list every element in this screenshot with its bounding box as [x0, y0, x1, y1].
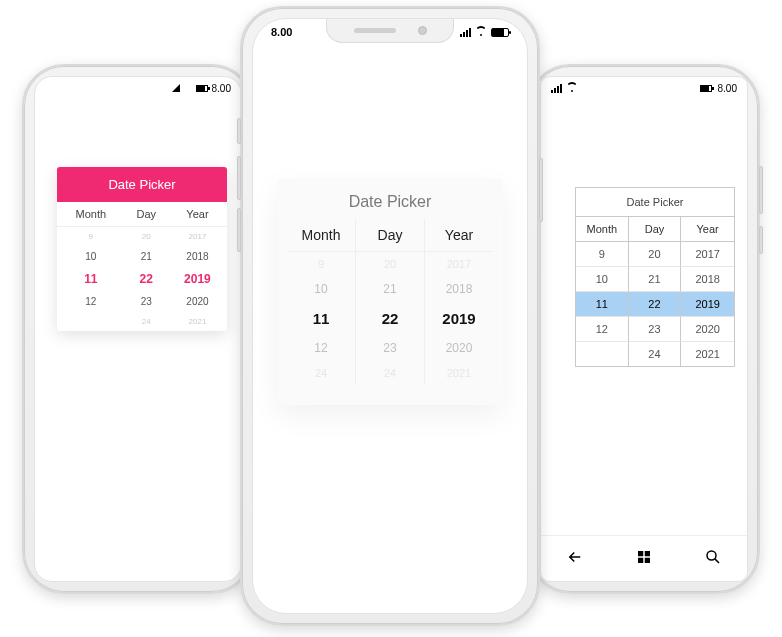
picker-cell[interactable]: 2020: [168, 291, 227, 312]
col-year: Year: [681, 217, 734, 242]
picker-columns[interactable]: Month 910111224 Day 2021222324 Year 2017…: [287, 219, 493, 385]
picker-option[interactable]: 2019: [425, 302, 493, 335]
picker-cell[interactable]: 2017: [168, 227, 227, 247]
picker-option[interactable]: 10: [287, 276, 355, 302]
picker-option[interactable]: 20: [356, 252, 424, 276]
signal-outline-icon: [180, 84, 188, 92]
date-picker-table[interactable]: Month Day Year 9202017102120181122201912…: [57, 202, 227, 331]
picker-option[interactable]: 22: [356, 302, 424, 335]
date-picker-title: Date Picker: [57, 167, 227, 202]
day-column[interactable]: Day 2021222324: [356, 219, 425, 385]
svg-rect-1: [645, 551, 650, 556]
power-button: [539, 158, 543, 222]
picker-cell[interactable]: 2021: [681, 342, 734, 366]
col-year: Year: [168, 202, 227, 227]
col-month: Month: [287, 219, 355, 252]
picker-cell[interactable]: 21: [125, 246, 168, 267]
date-picker-card: Date Picker Month Day Year 9202017102120…: [575, 187, 735, 367]
picker-cell[interactable]: 23: [125, 291, 168, 312]
svg-rect-3: [645, 557, 650, 562]
picker-cell[interactable]: [57, 312, 125, 331]
notch: [326, 19, 454, 43]
picker-option[interactable]: 21: [356, 276, 424, 302]
picker-cell[interactable]: 20: [125, 227, 168, 247]
picker-option[interactable]: 2021: [425, 361, 493, 385]
wifi-icon: [475, 26, 487, 38]
picker-cell[interactable]: 10: [57, 246, 125, 267]
date-picker-grid[interactable]: Month Day Year 9202017102120181122201912…: [576, 217, 734, 366]
svg-point-4: [707, 551, 716, 560]
clock: 8.00: [718, 83, 737, 94]
date-picker-title: Date Picker: [287, 193, 493, 211]
picker-cell[interactable]: 12: [57, 291, 125, 312]
clock: 8.00: [212, 83, 231, 94]
status-bar: 8.00: [541, 77, 747, 99]
svg-rect-0: [638, 551, 643, 556]
year-column[interactable]: Year 20172018201920202021: [425, 219, 493, 385]
col-month: Month: [57, 202, 125, 227]
picker-cell[interactable]: 9: [57, 227, 125, 247]
picker-cell[interactable]: 2021: [168, 312, 227, 331]
nav-bar: [541, 535, 747, 581]
month-column[interactable]: Month 910111224: [287, 219, 356, 385]
volume-down: [237, 208, 241, 252]
battery-icon: [196, 85, 208, 92]
picker-cell[interactable]: 2017: [681, 242, 734, 267]
clock: 8.00: [271, 26, 292, 38]
picker-option[interactable]: 12: [287, 335, 355, 361]
back-button[interactable]: [566, 548, 584, 570]
camera-icon: [418, 26, 427, 35]
picker-cell[interactable]: 21: [629, 267, 682, 292]
picker-cell[interactable]: 22: [125, 267, 168, 291]
battery-icon: [491, 28, 509, 37]
col-year: Year: [425, 219, 493, 252]
picker-cell[interactable]: 11: [576, 292, 629, 317]
date-picker-card: Date Picker Month Day Year 9202017102120…: [57, 167, 227, 331]
power-button: [759, 226, 763, 254]
picker-option[interactable]: 23: [356, 335, 424, 361]
date-picker-card: Date Picker Month 910111224 Day 20212223…: [277, 179, 503, 405]
picker-option[interactable]: 2020: [425, 335, 493, 361]
picker-row[interactable]: 242021: [57, 312, 227, 331]
signal-icon: [172, 84, 180, 92]
picker-cell[interactable]: 12: [576, 317, 629, 342]
picker-cell[interactable]: 2018: [681, 267, 734, 292]
picker-cell[interactable]: 2019: [681, 292, 734, 317]
screen-ios: 8.00 Date Picker Month 910111224 Day 202…: [252, 18, 528, 614]
picker-cell[interactable]: 22: [629, 292, 682, 317]
col-day: Day: [125, 202, 168, 227]
signal-icon: [551, 84, 562, 93]
picker-option[interactable]: 2018: [425, 276, 493, 302]
picker-cell[interactable]: 24: [629, 342, 682, 366]
phone-windows: 8.00 Date Picker Month Day Year 92020171…: [528, 64, 760, 594]
phone-ios: 8.00 Date Picker Month 910111224 Day 202…: [240, 6, 540, 626]
picker-cell[interactable]: 20: [629, 242, 682, 267]
volume-rocker: [759, 166, 763, 214]
volume-up: [237, 156, 241, 200]
home-button[interactable]: [635, 548, 653, 570]
picker-row[interactable]: 11222019: [57, 267, 227, 291]
col-day: Day: [629, 217, 682, 242]
picker-cell[interactable]: 10: [576, 267, 629, 292]
picker-option[interactable]: 9: [287, 252, 355, 276]
picker-option[interactable]: 24: [287, 361, 355, 385]
picker-cell[interactable]: [576, 342, 629, 366]
picker-cell[interactable]: 23: [629, 317, 682, 342]
picker-cell[interactable]: 24: [125, 312, 168, 331]
picker-cell[interactable]: 2019: [168, 267, 227, 291]
screen-windows: 8.00 Date Picker Month Day Year 92020171…: [540, 76, 748, 582]
picker-option[interactable]: 24: [356, 361, 424, 385]
screen-android: 8.00 Date Picker Month Day Year 92020171…: [34, 76, 242, 582]
picker-row[interactable]: 12232020: [57, 291, 227, 312]
search-button[interactable]: [704, 548, 722, 570]
date-picker-title: Date Picker: [576, 188, 734, 217]
wifi-icon: [566, 82, 578, 94]
picker-option[interactable]: 11: [287, 302, 355, 335]
picker-row[interactable]: 10212018: [57, 246, 227, 267]
picker-cell[interactable]: 9: [576, 242, 629, 267]
picker-option[interactable]: 2017: [425, 252, 493, 276]
picker-cell[interactable]: 2020: [681, 317, 734, 342]
picker-row[interactable]: 9202017: [57, 227, 227, 247]
picker-cell[interactable]: 11: [57, 267, 125, 291]
picker-cell[interactable]: 2018: [168, 246, 227, 267]
